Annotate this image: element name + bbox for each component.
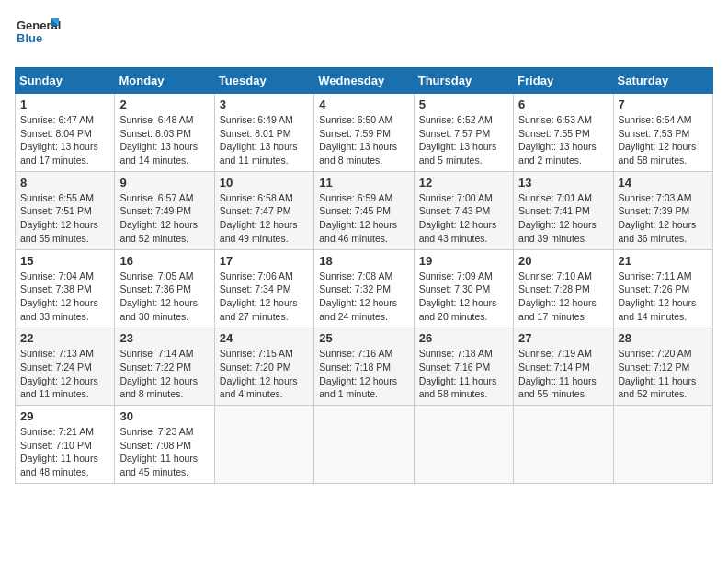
day-number: 9 — [119, 176, 209, 190]
day-info: Sunrise: 7:15 AM Sunset: 7:20 PM Dayligh… — [220, 347, 309, 401]
day-number: 28 — [619, 331, 708, 345]
day-info: Sunrise: 7:03 AM Sunset: 7:39 PM Dayligh… — [619, 191, 708, 246]
day-number: 16 — [119, 254, 209, 268]
calendar-cell: 8Sunrise: 6:55 AM Sunset: 7:51 PM Daylig… — [16, 171, 115, 249]
day-number: 27 — [518, 331, 608, 345]
calendar-cell: 24Sunrise: 7:15 AM Sunset: 7:20 PM Dayli… — [214, 327, 313, 406]
calendar-cell: 14Sunrise: 7:03 AM Sunset: 7:39 PM Dayli… — [613, 171, 712, 249]
day-info: Sunrise: 6:50 AM Sunset: 7:59 PM Dayligh… — [319, 113, 408, 167]
calendar-cell — [613, 406, 712, 484]
day-info: Sunrise: 7:08 AM Sunset: 7:32 PM Dayligh… — [319, 270, 408, 324]
day-info: Sunrise: 6:55 AM Sunset: 7:51 PM Dayligh… — [20, 191, 109, 246]
day-info: Sunrise: 7:05 AM Sunset: 7:36 PM Dayligh… — [119, 270, 209, 324]
calendar-cell: 30Sunrise: 7:23 AM Sunset: 7:08 PM Dayli… — [115, 406, 214, 484]
day-info: Sunrise: 6:57 AM Sunset: 7:49 PM Dayligh… — [119, 191, 209, 246]
day-number: 2 — [119, 98, 209, 111]
calendar-cell: 12Sunrise: 7:00 AM Sunset: 7:43 PM Dayli… — [414, 171, 513, 249]
day-number: 19 — [419, 254, 508, 268]
day-number: 29 — [20, 409, 109, 423]
calendar-cell: 15Sunrise: 7:04 AM Sunset: 7:38 PM Dayli… — [16, 249, 115, 327]
day-info: Sunrise: 6:48 AM Sunset: 8:03 PM Dayligh… — [119, 113, 209, 167]
day-info: Sunrise: 7:00 AM Sunset: 7:43 PM Dayligh… — [419, 191, 508, 246]
day-info: Sunrise: 7:09 AM Sunset: 7:30 PM Dayligh… — [419, 270, 508, 324]
day-of-week-header: Saturday — [613, 68, 712, 94]
calendar-cell: 6Sunrise: 6:53 AM Sunset: 7:55 PM Daylig… — [514, 94, 613, 172]
calendar-cell: 10Sunrise: 6:58 AM Sunset: 7:47 PM Dayli… — [214, 171, 313, 249]
calendar-cell: 28Sunrise: 7:20 AM Sunset: 7:12 PM Dayli… — [613, 327, 712, 406]
day-info: Sunrise: 7:21 AM Sunset: 7:10 PM Dayligh… — [20, 425, 109, 479]
day-number: 26 — [419, 331, 508, 345]
day-info: Sunrise: 7:14 AM Sunset: 7:22 PM Dayligh… — [119, 347, 209, 401]
calendar-cell: 11Sunrise: 6:59 AM Sunset: 7:45 PM Dayli… — [314, 171, 414, 249]
day-of-week-header: Monday — [115, 68, 214, 94]
calendar-cell: 29Sunrise: 7:21 AM Sunset: 7:10 PM Dayli… — [16, 406, 115, 484]
day-number: 20 — [518, 254, 608, 268]
logo: General Blue — [15, 15, 61, 56]
day-number: 30 — [119, 409, 209, 423]
calendar-cell — [414, 406, 513, 484]
calendar-cell: 1Sunrise: 6:47 AM Sunset: 8:04 PM Daylig… — [16, 94, 115, 172]
day-of-week-header: Thursday — [414, 68, 513, 94]
day-number: 11 — [319, 176, 408, 190]
calendar-cell: 27Sunrise: 7:19 AM Sunset: 7:14 PM Dayli… — [514, 327, 613, 406]
day-info: Sunrise: 7:10 AM Sunset: 7:28 PM Dayligh… — [518, 270, 608, 324]
day-of-week-header: Sunday — [16, 68, 115, 94]
day-number: 4 — [319, 98, 408, 111]
calendar-cell: 21Sunrise: 7:11 AM Sunset: 7:26 PM Dayli… — [613, 249, 712, 327]
day-info: Sunrise: 6:49 AM Sunset: 8:01 PM Dayligh… — [220, 113, 309, 167]
day-of-week-header: Friday — [514, 68, 613, 94]
day-number: 3 — [220, 98, 309, 111]
calendar-week-row: 8Sunrise: 6:55 AM Sunset: 7:51 PM Daylig… — [16, 171, 713, 249]
day-number: 24 — [220, 331, 309, 345]
calendar-cell: 7Sunrise: 6:54 AM Sunset: 7:53 PM Daylig… — [613, 94, 712, 172]
day-info: Sunrise: 6:52 AM Sunset: 7:57 PM Dayligh… — [419, 113, 508, 167]
day-info: Sunrise: 7:16 AM Sunset: 7:18 PM Dayligh… — [319, 347, 408, 401]
calendar-week-row: 1Sunrise: 6:47 AM Sunset: 8:04 PM Daylig… — [16, 94, 713, 172]
calendar-header-row: SundayMondayTuesdayWednesdayThursdayFrid… — [16, 68, 713, 94]
day-info: Sunrise: 7:13 AM Sunset: 7:24 PM Dayligh… — [20, 347, 109, 401]
day-info: Sunrise: 6:58 AM Sunset: 7:47 PM Dayligh… — [220, 191, 309, 246]
calendar-cell: 4Sunrise: 6:50 AM Sunset: 7:59 PM Daylig… — [314, 94, 414, 172]
day-info: Sunrise: 7:01 AM Sunset: 7:41 PM Dayligh… — [518, 191, 608, 246]
day-info: Sunrise: 7:18 AM Sunset: 7:16 PM Dayligh… — [419, 347, 508, 401]
day-info: Sunrise: 6:53 AM Sunset: 7:55 PM Dayligh… — [518, 113, 608, 167]
day-number: 1 — [20, 98, 109, 111]
day-number: 23 — [119, 331, 209, 345]
day-number: 6 — [518, 98, 608, 111]
calendar-table: SundayMondayTuesdayWednesdayThursdayFrid… — [15, 67, 713, 484]
calendar-week-row: 29Sunrise: 7:21 AM Sunset: 7:10 PM Dayli… — [16, 406, 713, 484]
day-number: 10 — [220, 176, 309, 190]
calendar-week-row: 22Sunrise: 7:13 AM Sunset: 7:24 PM Dayli… — [16, 327, 713, 406]
day-info: Sunrise: 7:06 AM Sunset: 7:34 PM Dayligh… — [220, 270, 309, 324]
day-info: Sunrise: 6:47 AM Sunset: 8:04 PM Dayligh… — [20, 113, 109, 167]
day-number: 14 — [619, 176, 708, 190]
day-number: 18 — [319, 254, 408, 268]
day-number: 12 — [419, 176, 508, 190]
calendar-cell: 25Sunrise: 7:16 AM Sunset: 7:18 PM Dayli… — [314, 327, 414, 406]
calendar-cell — [314, 406, 414, 484]
day-of-week-header: Tuesday — [214, 68, 313, 94]
day-info: Sunrise: 6:54 AM Sunset: 7:53 PM Dayligh… — [619, 113, 708, 167]
calendar-cell: 20Sunrise: 7:10 AM Sunset: 7:28 PM Dayli… — [514, 249, 613, 327]
calendar-cell — [514, 406, 613, 484]
day-info: Sunrise: 6:59 AM Sunset: 7:45 PM Dayligh… — [319, 191, 408, 246]
calendar-week-row: 15Sunrise: 7:04 AM Sunset: 7:38 PM Dayli… — [16, 249, 713, 327]
day-number: 25 — [319, 331, 408, 345]
day-number: 21 — [619, 254, 708, 268]
day-number: 7 — [619, 98, 708, 111]
day-number: 8 — [20, 176, 109, 190]
logo-svg: General Blue — [15, 15, 61, 56]
calendar-cell — [214, 406, 313, 484]
calendar-cell: 3Sunrise: 6:49 AM Sunset: 8:01 PM Daylig… — [214, 94, 313, 172]
calendar-cell: 17Sunrise: 7:06 AM Sunset: 7:34 PM Dayli… — [214, 249, 313, 327]
day-number: 5 — [419, 98, 508, 111]
calendar-cell: 5Sunrise: 6:52 AM Sunset: 7:57 PM Daylig… — [414, 94, 513, 172]
day-info: Sunrise: 7:11 AM Sunset: 7:26 PM Dayligh… — [619, 270, 708, 324]
day-info: Sunrise: 7:19 AM Sunset: 7:14 PM Dayligh… — [518, 347, 608, 401]
day-info: Sunrise: 7:20 AM Sunset: 7:12 PM Dayligh… — [619, 347, 708, 401]
calendar-cell: 2Sunrise: 6:48 AM Sunset: 8:03 PM Daylig… — [115, 94, 214, 172]
calendar-cell: 18Sunrise: 7:08 AM Sunset: 7:32 PM Dayli… — [314, 249, 414, 327]
day-number: 15 — [20, 254, 109, 268]
page-header: General Blue — [15, 15, 713, 56]
day-info: Sunrise: 7:04 AM Sunset: 7:38 PM Dayligh… — [20, 270, 109, 324]
